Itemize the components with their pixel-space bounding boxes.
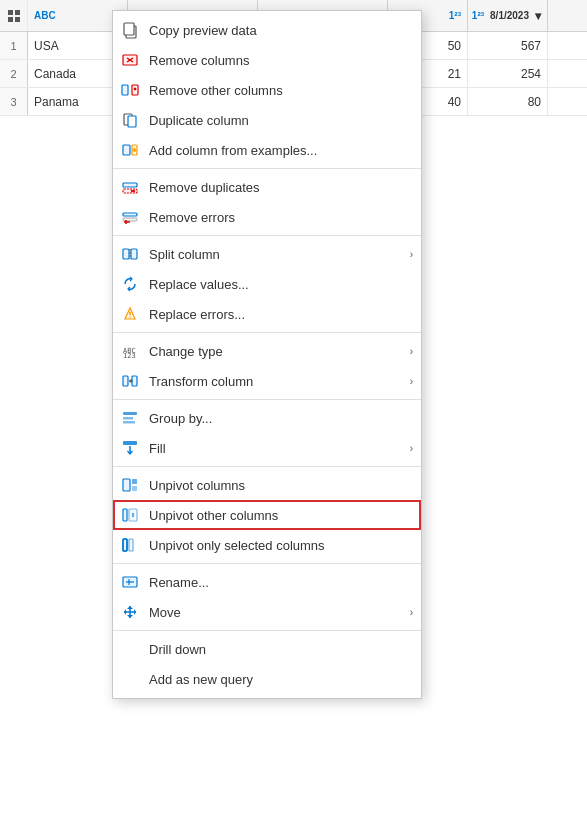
row-num-header <box>0 0 28 31</box>
svg-rect-0 <box>8 10 13 15</box>
svg-rect-48 <box>129 539 133 551</box>
split-column-arrow: › <box>410 249 413 260</box>
menu-item-copy-preview[interactable]: Copy preview data <box>113 15 421 45</box>
add-column-examples-label: Add column from examples... <box>149 143 413 158</box>
menu-item-add-new-query[interactable]: Add as new query <box>113 664 421 694</box>
svg-rect-39 <box>123 441 137 445</box>
row-num-1: 1 <box>0 32 28 59</box>
add-new-query-label: Add as new query <box>149 672 413 687</box>
menu-item-remove-errors[interactable]: Remove errors <box>113 202 421 232</box>
menu-item-move[interactable]: Move› <box>113 597 421 627</box>
move-icon <box>119 601 141 623</box>
duplicate-column-label: Duplicate column <box>149 113 413 128</box>
cell-num2-2: 254 <box>468 60 548 87</box>
menu-item-add-column-examples[interactable]: Add column from examples... <box>113 135 421 165</box>
remove-duplicates-label: Remove duplicates <box>149 180 413 195</box>
drill-down-label: Drill down <box>149 642 413 657</box>
num2-dropdown[interactable]: ▾ <box>535 8 541 24</box>
svg-rect-38 <box>123 421 135 424</box>
svg-rect-1 <box>15 10 20 15</box>
rename-icon <box>119 571 141 593</box>
group-by-icon <box>119 407 141 429</box>
svg-rect-28 <box>131 249 137 259</box>
copy-preview-label: Copy preview data <box>149 23 413 38</box>
remove-other-columns-icon <box>119 79 141 101</box>
svg-rect-10 <box>132 85 138 95</box>
cell-num2-3: 80 <box>468 88 548 115</box>
menu-item-transform-column[interactable]: Transform column› <box>113 366 421 396</box>
move-arrow: › <box>410 607 413 618</box>
svg-rect-44 <box>123 509 127 521</box>
unpivot-columns-icon <box>119 474 141 496</box>
copy-preview-icon <box>119 19 141 41</box>
fill-label: Fill <box>149 441 402 456</box>
add-column-examples-icon <box>119 139 141 161</box>
group-by-label: Group by... <box>149 411 413 426</box>
move-label: Move <box>149 605 402 620</box>
menu-item-remove-duplicates[interactable]: Remove duplicates <box>113 172 421 202</box>
menu-item-replace-errors[interactable]: Replace errors... <box>113 299 421 329</box>
menu-item-remove-other-columns[interactable]: Remove other columns <box>113 75 421 105</box>
menu-item-split-column[interactable]: Split column› <box>113 239 421 269</box>
svg-point-31 <box>129 316 131 318</box>
context-menu: Copy preview dataRemove columnsRemove ot… <box>112 10 422 699</box>
duplicate-column-icon <box>119 109 141 131</box>
unpivot-other-columns-label: Unpivot other columns <box>149 508 413 523</box>
menu-item-unpivot-other-columns[interactable]: Unpivot other columns <box>113 500 421 530</box>
menu-separator-sep4 <box>113 399 421 400</box>
svg-rect-43 <box>132 486 137 491</box>
split-column-label: Split column <box>149 247 402 262</box>
remove-columns-icon <box>119 49 141 71</box>
rename-label: Rename... <box>149 575 413 590</box>
svg-rect-20 <box>123 189 137 193</box>
remove-duplicates-icon <box>119 176 141 198</box>
menu-separator-sep6 <box>113 563 421 564</box>
change-type-label: Change type <box>149 344 402 359</box>
svg-rect-9 <box>122 85 128 95</box>
num2-col-header[interactable]: 1²³ 8/1/2023 ▾ <box>468 0 548 31</box>
menu-item-duplicate-column[interactable]: Duplicate column <box>113 105 421 135</box>
fill-arrow: › <box>410 443 413 454</box>
num2-type-icon: 1²³ <box>472 10 484 21</box>
menu-item-group-by[interactable]: Group by... <box>113 403 421 433</box>
country-type-icon: ABC <box>34 10 56 21</box>
menu-separator-sep1 <box>113 168 421 169</box>
menu-item-drill-down[interactable]: Drill down <box>113 634 421 664</box>
svg-rect-42 <box>132 479 137 484</box>
svg-rect-23 <box>123 213 137 216</box>
svg-text:123: 123 <box>123 352 136 360</box>
menu-item-unpivot-only-selected[interactable]: Unpivot only selected columns <box>113 530 421 560</box>
menu-item-fill[interactable]: Fill› <box>113 433 421 463</box>
change-type-icon: ABC123 <box>119 340 141 362</box>
svg-rect-34 <box>123 376 128 386</box>
split-column-icon <box>119 243 141 265</box>
transform-column-icon <box>119 370 141 392</box>
menu-item-replace-values[interactable]: Replace values... <box>113 269 421 299</box>
remove-errors-icon <box>119 206 141 228</box>
menu-item-unpivot-columns[interactable]: Unpivot columns <box>113 470 421 500</box>
svg-rect-27 <box>123 249 129 259</box>
unpivot-only-selected-icon <box>119 534 141 556</box>
replace-values-label: Replace values... <box>149 277 413 292</box>
num1-type-icon: 1²³ <box>449 10 461 21</box>
unpivot-only-selected-label: Unpivot only selected columns <box>149 538 413 553</box>
menu-item-remove-columns[interactable]: Remove columns <box>113 45 421 75</box>
num2-label: 8/1/2023 <box>490 10 529 21</box>
unpivot-other-columns-icon <box>119 504 141 526</box>
menu-separator-sep2 <box>113 235 421 236</box>
unpivot-columns-label: Unpivot columns <box>149 478 413 493</box>
svg-rect-24 <box>123 218 137 221</box>
svg-rect-3 <box>15 17 20 22</box>
fill-icon <box>119 437 141 459</box>
row-num-3: 3 <box>0 88 28 115</box>
menu-item-change-type[interactable]: ABC123Change type› <box>113 336 421 366</box>
change-type-arrow: › <box>410 346 413 357</box>
row-num-2: 2 <box>0 60 28 87</box>
replace-errors-icon <box>119 303 141 325</box>
svg-rect-14 <box>128 116 136 127</box>
replace-errors-label: Replace errors... <box>149 307 413 322</box>
svg-rect-5 <box>124 23 134 35</box>
menu-item-rename[interactable]: Rename... <box>113 567 421 597</box>
remove-other-columns-label: Remove other columns <box>149 83 413 98</box>
menu-separator-sep5 <box>113 466 421 467</box>
